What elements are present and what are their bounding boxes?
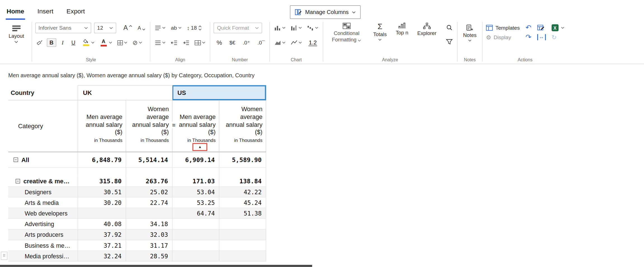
area-chart-type-button[interactable] (273, 39, 287, 46)
row-label[interactable]: Web developers (8, 208, 78, 219)
value-cell[interactable] (172, 251, 219, 261)
edit-table-icon[interactable] (537, 24, 544, 31)
value-cell[interactable]: 37.92 (78, 229, 126, 240)
collapse-icon[interactable] (16, 179, 20, 183)
value-cell[interactable]: 45.24 (219, 197, 266, 208)
chart-decimal-button[interactable]: 1.2 (308, 39, 317, 46)
drag-handle-icon[interactable]: ⠿ (1, 252, 8, 260)
value-cell[interactable]: 32.24 (78, 251, 126, 261)
cell-merge-button[interactable] (193, 39, 207, 46)
row-label[interactable]: Arts producers (8, 229, 78, 240)
filter-icon[interactable] (445, 38, 454, 46)
horizontal-scrollbar[interactable] (0, 265, 312, 267)
increase-indent-button[interactable] (182, 39, 191, 46)
notes-button[interactable]: Notes (461, 22, 479, 42)
value-cell[interactable] (172, 219, 219, 229)
column-header-us-men[interactable]: ≡ Men average annual salary ($) in Thous… (172, 100, 219, 152)
percent-format-button[interactable]: % (215, 38, 223, 47)
value-cell[interactable]: 32.03 (126, 229, 172, 240)
value-cell[interactable] (219, 251, 266, 261)
value-cell[interactable]: 40.08 (78, 219, 126, 229)
table-row[interactable]: Media professi…32.2428.59 (8, 251, 266, 261)
row-label[interactable]: creative & me… (8, 176, 78, 187)
bold-button[interactable]: B (47, 38, 56, 47)
row-label[interactable]: Arts & media (8, 197, 78, 208)
value-cell[interactable]: 53.25 (172, 197, 219, 208)
format-painter-button[interactable] (35, 39, 44, 46)
line-chart-type-button[interactable] (290, 39, 303, 46)
value-cell[interactable]: 28.59 (126, 251, 172, 261)
explorer-button[interactable]: Explorer (415, 22, 439, 36)
table-row[interactable]: Arts & media30.2022.7453.2545.24 (8, 197, 266, 208)
clear-formatting-button[interactable]: ⊘ (131, 39, 143, 46)
value-cell[interactable]: 5,514.14 (126, 152, 172, 168)
autofit-columns-icon[interactable]: ↔ (537, 34, 546, 40)
value-cell[interactable]: 53.04 (172, 187, 219, 197)
bar-chart-type-button[interactable] (273, 24, 287, 31)
value-cell[interactable]: 37.21 (78, 240, 126, 251)
font-name-combobox[interactable]: Inforiver Sans (35, 22, 91, 33)
top-n-button[interactable]: Top n (393, 22, 411, 36)
export-excel-button[interactable]: X (551, 24, 564, 31)
borders-button[interactable] (116, 39, 128, 46)
column-menu-icon[interactable]: ≡ (172, 121, 176, 128)
value-cell[interactable] (219, 229, 266, 240)
waterfall-chart-type-button[interactable] (306, 24, 319, 31)
tab-insert[interactable]: Insert (37, 4, 54, 20)
vertical-align-button[interactable] (154, 24, 167, 31)
quick-format-combobox[interactable]: Quick Format (214, 22, 262, 33)
table-row[interactable]: creative & me…315.80263.76171.03138.84 (8, 176, 266, 187)
value-cell[interactable]: 315.80 (78, 176, 126, 187)
font-color-button[interactable]: A (98, 38, 113, 47)
value-cell[interactable] (78, 208, 126, 219)
row-label[interactable]: All (8, 152, 78, 168)
table-row[interactable]: Web developers64.7451.38 (8, 208, 266, 219)
decrease-decimal-button[interactable]: .0¯ (256, 39, 266, 46)
table-row[interactable]: All6,848.795,514.146,909.145,589.90 (8, 152, 266, 168)
row-label[interactable]: Business & me… (8, 240, 78, 251)
tab-export[interactable]: Export (66, 4, 86, 20)
refresh-icon[interactable]: ↻ (551, 34, 564, 40)
value-cell[interactable]: 30.51 (78, 187, 126, 197)
decrease-font-size-button[interactable]: A (136, 24, 147, 31)
redo-icon[interactable]: ↷ (525, 34, 531, 41)
horizontal-align-button[interactable] (154, 39, 167, 46)
increase-decimal-button[interactable]: .0⁺ (242, 39, 251, 46)
conditional-formatting-button[interactable]: Conditional Formatting (326, 22, 367, 43)
value-cell[interactable]: 34.18 (126, 219, 172, 229)
totals-button[interactable]: Σ Totals (371, 22, 389, 41)
value-cell[interactable] (126, 208, 172, 219)
row-height-stepper[interactable] (198, 25, 202, 30)
sort-ascending-indicator[interactable]: ▲ (193, 143, 207, 151)
country-header-us[interactable]: US (172, 85, 266, 100)
row-height-control[interactable]: ↕ 18 (186, 24, 203, 32)
collapse-icon[interactable] (13, 158, 18, 162)
column-header-uk-women[interactable]: Women average annual salary ($) in Thous… (126, 100, 172, 152)
value-cell[interactable]: 138.84 (219, 176, 266, 187)
country-header-uk[interactable]: UK (78, 85, 172, 100)
display-button[interactable]: ⚙ Display (486, 34, 520, 40)
fill-color-button[interactable] (81, 38, 96, 47)
layout-button[interactable]: Layout (4, 22, 28, 43)
underline-button[interactable]: U (69, 39, 78, 46)
value-cell[interactable]: 22.74 (126, 197, 172, 208)
decrease-indent-button[interactable] (170, 39, 179, 46)
stacked-chart-type-button[interactable] (290, 24, 303, 31)
value-cell[interactable]: 6,848.79 (78, 152, 126, 168)
value-cell[interactable] (219, 240, 266, 251)
value-cell[interactable]: 263.76 (126, 176, 172, 187)
value-cell[interactable] (172, 240, 219, 251)
text-transform-button[interactable]: ab (170, 24, 183, 32)
value-cell[interactable]: 5,589.90 (219, 152, 266, 168)
table-row[interactable]: Advertising40.0834.18 (8, 219, 266, 229)
row-label[interactable]: Advertising (8, 219, 78, 229)
search-icon[interactable] (445, 24, 454, 32)
value-cell[interactable] (172, 229, 219, 240)
font-size-combobox[interactable]: 12 (94, 22, 116, 33)
value-cell[interactable]: 25.02 (126, 187, 172, 197)
value-cell[interactable] (219, 219, 266, 229)
templates-button[interactable]: Templates (486, 25, 520, 31)
column-header-us-women[interactable]: Women average annual salary ($) in Thous… (219, 100, 266, 152)
tab-home[interactable]: Home (6, 4, 25, 20)
increase-font-size-button[interactable]: A (122, 23, 134, 32)
